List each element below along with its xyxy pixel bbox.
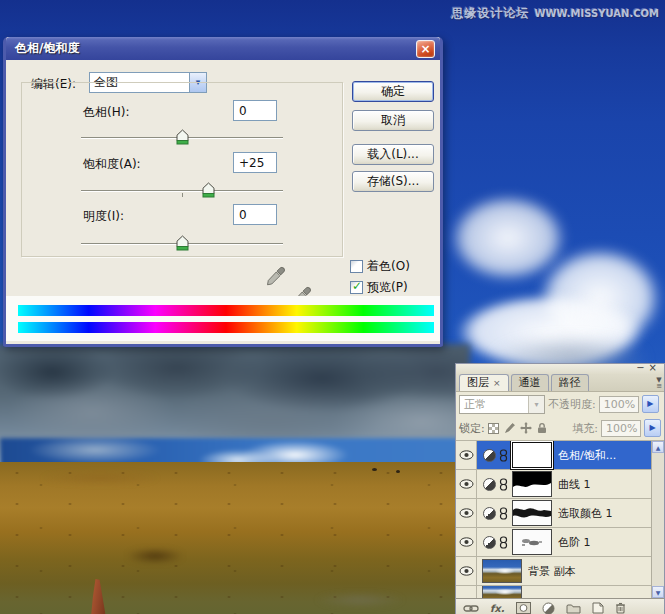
- screenshot-stage: 思缘设计论坛 WWW.MISSYUAN.COM 色相/饱和度 × 编辑(E): …: [0, 0, 665, 614]
- tab-layers[interactable]: 图层×: [459, 374, 509, 391]
- eye-icon: [459, 508, 474, 518]
- visibility-toggle[interactable]: [456, 557, 477, 585]
- new-layer-icon[interactable]: [592, 601, 604, 614]
- layer-row-selective-color[interactable]: 选取颜色 1: [456, 499, 664, 528]
- chevron-down-icon[interactable]: ▾: [528, 396, 544, 413]
- close-button[interactable]: ×: [416, 40, 435, 58]
- layer-name[interactable]: 曲线 1: [558, 477, 591, 492]
- layer-row-curves[interactable]: 曲线 1: [456, 470, 664, 499]
- eyedropper-icon[interactable]: [266, 266, 286, 286]
- panel-menu-icon[interactable]: ▼≡: [656, 377, 662, 389]
- checkbox-box[interactable]: [350, 260, 363, 273]
- opacity-label: 不透明度:: [548, 397, 596, 412]
- scroll-down-icon[interactable]: ▼: [652, 586, 664, 598]
- new-group-folder-icon[interactable]: [566, 601, 581, 614]
- spectrum-area: [6, 296, 440, 341]
- saturation-label: 饱和度(A):: [83, 156, 141, 173]
- fill-spinner-icon[interactable]: ▶: [644, 419, 661, 437]
- layers-panel: −× 图层× 通道 路径 ▼≡ 正常 ▾ 不透明度: 100% ▶ 锁定:: [455, 363, 665, 614]
- saturation-input[interactable]: [233, 152, 277, 173]
- hue-label: 色相(H):: [83, 104, 129, 121]
- layer-image-thumbnail[interactable]: [482, 586, 522, 598]
- hue-input[interactable]: [233, 100, 277, 121]
- new-adjustment-layer-icon[interactable]: [542, 601, 555, 614]
- visibility-toggle[interactable]: [456, 586, 477, 598]
- layer-name[interactable]: 选取颜色 1: [558, 506, 613, 521]
- layer-style-fx-icon[interactable]: fx.: [490, 601, 505, 614]
- spectrum-bar-original: [18, 305, 434, 316]
- lightness-slider[interactable]: [81, 243, 283, 245]
- slider-center-tick: [182, 193, 183, 197]
- load-button[interactable]: 载入(L)...: [352, 144, 434, 165]
- cancel-button[interactable]: 取消: [352, 110, 434, 131]
- adjustment-layer-icon[interactable]: [483, 507, 496, 520]
- layer-row-background-copy[interactable]: 背景 副本: [456, 557, 664, 586]
- visibility-toggle[interactable]: [456, 528, 477, 556]
- lightness-slider-thumb[interactable]: [176, 235, 189, 251]
- colorize-checkbox[interactable]: 着色(O): [350, 258, 410, 275]
- ok-button[interactable]: 确定: [352, 81, 434, 102]
- hue-slider[interactable]: [81, 137, 283, 139]
- hue-slider-thumb[interactable]: [176, 129, 189, 145]
- mask-link-icon: [499, 478, 508, 491]
- opacity-spinner-icon[interactable]: ▶: [642, 395, 659, 413]
- panel-toolbar: fx.: [456, 598, 664, 614]
- layer-mask-thumbnail[interactable]: [512, 471, 552, 497]
- add-layer-mask-icon[interactable]: [516, 601, 531, 614]
- adjustment-layer-icon[interactable]: [483, 449, 496, 462]
- panel-tabs: 图层× 通道 路径 ▼≡: [456, 374, 664, 392]
- save-button[interactable]: 存储(S)...: [352, 171, 434, 192]
- mask-link-icon: [499, 507, 508, 520]
- mask-link-icon: [499, 449, 508, 462]
- opacity-field[interactable]: 100%: [599, 396, 639, 413]
- checkbox-box[interactable]: ✓: [350, 281, 363, 294]
- layer-row-background-partial[interactable]: [456, 586, 664, 598]
- layer-row-levels[interactable]: 色阶 1: [456, 528, 664, 557]
- scroll-up-icon[interactable]: ▲: [652, 441, 664, 453]
- layer-image-thumbnail[interactable]: [482, 559, 522, 583]
- link-layers-icon[interactable]: [463, 601, 479, 614]
- blend-mode-dropdown[interactable]: 正常 ▾: [459, 395, 545, 414]
- eye-icon: [459, 566, 474, 576]
- tab-close-icon[interactable]: ×: [493, 378, 501, 388]
- mask-link-icon: [499, 536, 508, 549]
- grass-stones: [300, 590, 420, 610]
- blend-mode-value: 正常: [460, 396, 528, 413]
- lock-all-icon[interactable]: [536, 422, 548, 434]
- layer-mask-thumbnail[interactable]: [512, 529, 552, 555]
- distant-animal: [372, 468, 377, 471]
- layer-name[interactable]: 色阶 1: [558, 535, 591, 550]
- visibility-toggle[interactable]: [456, 499, 477, 527]
- lightness-label: 明度(I):: [83, 208, 124, 225]
- adjustment-layer-icon[interactable]: [483, 536, 496, 549]
- saturation-slider-thumb[interactable]: [202, 182, 215, 198]
- lock-transparency-icon[interactable]: [488, 422, 500, 434]
- layer-mask-thumbnail[interactable]: [512, 500, 552, 526]
- adjustment-layer-icon[interactable]: [483, 478, 496, 491]
- delete-layer-trash-icon[interactable]: [615, 601, 626, 614]
- lock-position-move-icon[interactable]: [520, 422, 532, 434]
- hue-saturation-dialog: 色相/饱和度 × 编辑(E): 全图 ▾ 色相(H): 饱和度(A):: [3, 37, 443, 347]
- tab-channels[interactable]: 通道: [511, 374, 549, 391]
- visibility-toggle[interactable]: [456, 470, 477, 498]
- panel-resize-grip[interactable]: [652, 605, 662, 614]
- layer-name[interactable]: 色相/饱和...: [558, 448, 616, 463]
- preview-checkbox[interactable]: ✓ 预览(P): [350, 279, 408, 296]
- layer-list-scrollbar[interactable]: ▲ ▼: [651, 441, 664, 598]
- minimize-icon[interactable]: −: [636, 362, 648, 373]
- layer-name[interactable]: 背景 副本: [528, 564, 576, 579]
- fill-field[interactable]: 100%: [601, 420, 641, 437]
- layer-mask-thumbnail[interactable]: [512, 442, 552, 468]
- panel-header[interactable]: −×: [456, 364, 664, 374]
- lightness-input[interactable]: [233, 204, 277, 225]
- preview-label: 预览(P): [367, 279, 408, 296]
- layer-row-hue-saturation[interactable]: 色相/饱和...: [456, 441, 664, 470]
- tab-paths[interactable]: 路径: [551, 374, 589, 391]
- visibility-toggle[interactable]: [456, 441, 477, 469]
- saturation-slider[interactable]: [81, 190, 283, 192]
- dialog-titlebar[interactable]: 色相/饱和度 ×: [6, 37, 440, 60]
- close-icon[interactable]: ×: [649, 362, 661, 373]
- lock-pixels-brush-icon[interactable]: [504, 422, 516, 434]
- close-icon: ×: [420, 42, 430, 56]
- panel-window-controls[interactable]: −×: [636, 362, 661, 373]
